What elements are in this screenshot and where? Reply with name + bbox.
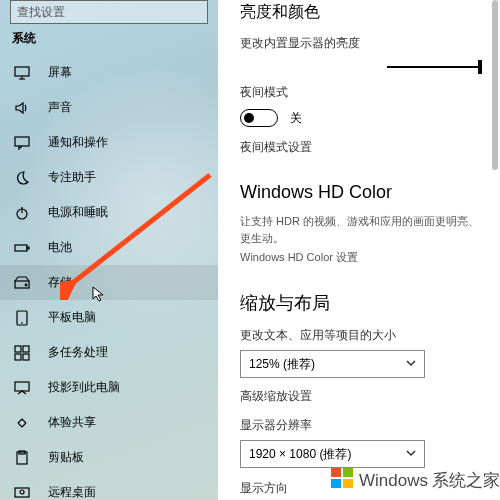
hd-color-desc: 让支持 HDR 的视频、游戏和应用的画面更明亮、更生动。	[240, 213, 482, 246]
svg-rect-19	[15, 488, 29, 497]
sidebar-item-tablet[interactable]: 平板电脑	[0, 300, 218, 335]
sidebar-item-label: 多任务处理	[48, 344, 108, 361]
sidebar-item-projecting[interactable]: 投影到此电脑	[0, 370, 218, 405]
sidebar-item-label: 剪贴板	[48, 449, 84, 466]
advanced-scale-link[interactable]: 高级缩放设置	[240, 388, 482, 405]
sidebar-item-storage[interactable]: 存储	[0, 265, 218, 300]
multitask-icon	[14, 345, 30, 361]
battery-icon	[14, 240, 30, 256]
sidebar-item-notifications[interactable]: 通知和操作	[0, 125, 218, 160]
toggle-state: 关	[290, 110, 302, 127]
hd-color-title: Windows HD Color	[240, 182, 482, 203]
chevron-down-icon	[406, 447, 416, 461]
svg-point-9	[25, 284, 27, 286]
svg-rect-14	[15, 354, 21, 360]
resolution-select[interactable]: 1920 × 1080 (推荐)	[240, 440, 425, 468]
sidebar-item-label: 投影到此电脑	[48, 379, 120, 396]
sidebar-item-label: 平板电脑	[48, 309, 96, 326]
watermark: Windows 系统之家	[329, 465, 500, 496]
night-settings-link[interactable]: 夜间模式设置	[240, 139, 482, 156]
sidebar-item-label: 远程桌面	[48, 484, 96, 500]
scale-select[interactable]: 125% (推荐)	[240, 350, 425, 378]
scale-title: 缩放与布局	[240, 291, 482, 315]
brightness-slider[interactable]	[240, 62, 482, 72]
night-mode-label: 夜间模式	[240, 84, 482, 101]
sidebar-item-power[interactable]: 电源和睡眠	[0, 195, 218, 230]
night-mode-toggle[interactable]: 关	[240, 109, 482, 127]
monitor-icon	[14, 65, 30, 81]
brightness-label: 更改内置显示器的亮度	[240, 35, 482, 52]
sidebar-item-label: 声音	[48, 99, 72, 116]
svg-point-20	[20, 490, 24, 494]
category-header: 系统	[12, 30, 206, 47]
svg-rect-23	[343, 468, 353, 477]
sidebar-item-clipboard[interactable]: 剪贴板	[0, 440, 218, 475]
resolution-label: 显示器分辨率	[240, 417, 482, 434]
svg-rect-12	[15, 346, 21, 352]
toggle-pill[interactable]	[240, 109, 278, 127]
nav-list: 屏幕 声音 通知和操作 专注助手 电源和睡眠 电池	[0, 55, 218, 500]
svg-rect-3	[15, 137, 29, 146]
sidebar-item-label: 屏幕	[48, 64, 72, 81]
comment-icon	[14, 135, 30, 151]
sidebar-item-label: 电源和睡眠	[48, 204, 108, 221]
sidebar-item-label: 存储	[48, 274, 72, 291]
sidebar-item-remote[interactable]: 远程桌面	[0, 475, 218, 500]
power-icon	[14, 205, 30, 221]
svg-rect-22	[331, 468, 341, 477]
sidebar-item-display[interactable]: 屏幕	[0, 55, 218, 90]
sidebar-item-multitask[interactable]: 多任务处理	[0, 335, 218, 370]
drive-icon	[14, 275, 30, 291]
sidebar-item-battery[interactable]: 电池	[0, 230, 218, 265]
moon-icon	[14, 170, 30, 186]
svg-rect-6	[15, 245, 27, 251]
svg-rect-25	[343, 479, 353, 488]
svg-rect-15	[23, 354, 29, 360]
speaker-icon	[14, 100, 30, 116]
sidebar-item-label: 通知和操作	[48, 134, 108, 151]
svg-rect-0	[15, 67, 29, 76]
sidebar: 系统 屏幕 声音 通知和操作 专注助手 电源和睡眠	[0, 0, 218, 500]
sidebar-item-label: 专注助手	[48, 169, 96, 186]
search-input[interactable]	[17, 5, 201, 19]
scale-label: 更改文本、应用等项目的大小	[240, 327, 482, 344]
clipboard-icon	[14, 450, 30, 466]
sidebar-item-sound[interactable]: 声音	[0, 90, 218, 125]
scale-value: 125% (推荐)	[249, 356, 315, 373]
resolution-value: 1920 × 1080 (推荐)	[249, 446, 351, 463]
slider-thumb[interactable]	[478, 60, 482, 74]
remote-icon	[14, 485, 30, 501]
watermark-brand: Windows	[359, 471, 428, 491]
main-panel: 亮度和颜色 更改内置显示器的亮度 夜间模式 关 夜间模式设置 Windows H…	[218, 0, 500, 500]
tablet-icon	[14, 310, 30, 326]
windows-logo-icon	[329, 465, 355, 496]
svg-rect-24	[331, 479, 341, 488]
search-box[interactable]	[10, 0, 208, 24]
watermark-site: 系统之家	[432, 469, 500, 492]
share-icon	[14, 415, 30, 431]
sidebar-item-label: 体验共享	[48, 414, 96, 431]
svg-rect-13	[23, 346, 29, 352]
project-icon	[14, 380, 30, 396]
chevron-down-icon	[406, 357, 416, 371]
svg-rect-16	[15, 382, 29, 391]
sidebar-item-focus[interactable]: 专注助手	[0, 160, 218, 195]
sidebar-item-shared[interactable]: 体验共享	[0, 405, 218, 440]
section-brightness-title: 亮度和颜色	[240, 2, 482, 23]
scrollbar-thumb[interactable]	[492, 0, 498, 170]
svg-rect-7	[27, 247, 29, 249]
hd-color-link[interactable]: Windows HD Color 设置	[240, 250, 482, 265]
slider-track	[387, 66, 482, 68]
sidebar-item-label: 电池	[48, 239, 72, 256]
